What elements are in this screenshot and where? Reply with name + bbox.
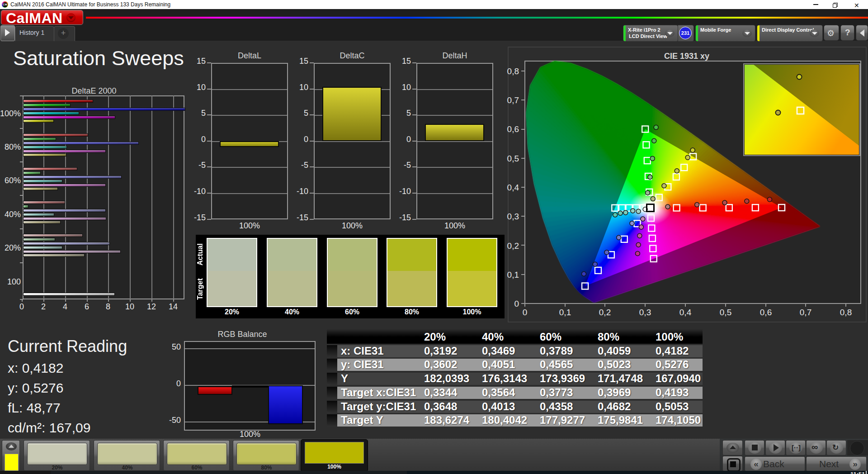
svg-text:0,4: 0,4: [507, 183, 519, 192]
svg-text:0,7: 0,7: [800, 308, 811, 317]
svg-text:0,6: 0,6: [760, 308, 772, 317]
svg-text:0,8: 0,8: [840, 308, 852, 317]
svg-text:0,8: 0,8: [507, 66, 519, 76]
svg-text:0: 0: [514, 299, 519, 308]
svg-text:0,1: 0,1: [559, 308, 571, 317]
svg-text:0,2: 0,2: [599, 308, 611, 317]
svg-text:0,3: 0,3: [639, 308, 651, 317]
svg-text:0,1: 0,1: [507, 270, 519, 280]
svg-text:0,2: 0,2: [507, 241, 519, 251]
svg-text:CIE 1931 xy: CIE 1931 xy: [664, 52, 709, 61]
svg-text:0,5: 0,5: [720, 308, 731, 317]
svg-text:0: 0: [523, 308, 528, 317]
svg-text:0,4: 0,4: [679, 308, 692, 317]
svg-text:0,7: 0,7: [507, 95, 519, 105]
svg-text:0,3: 0,3: [507, 212, 519, 221]
svg-text:0,5: 0,5: [507, 154, 519, 163]
svg-text:0,6: 0,6: [507, 124, 519, 134]
